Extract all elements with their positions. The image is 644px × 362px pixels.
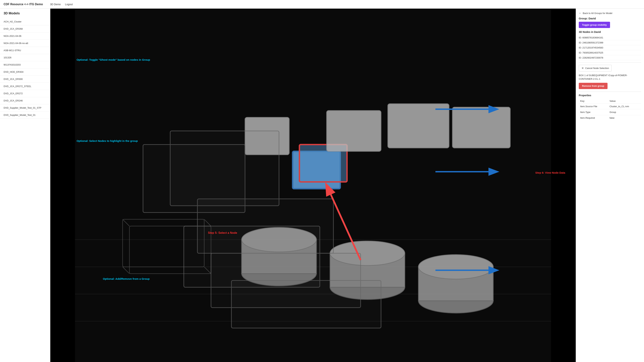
viewer-area[interactable]: Optional: Toggle "Ghost mode" based on n…	[50, 8, 576, 362]
property-value-2: false	[608, 115, 641, 121]
cancel-x-icon: ✕	[582, 66, 584, 70]
sidebar-item-0[interactable]: ACH_H2_Cluster	[0, 18, 50, 25]
sidebar-item-9[interactable]: DVD_JCA_ER272_STEEL	[0, 83, 50, 90]
toggle-visibility-button[interactable]: Toggle group visibility	[579, 22, 610, 28]
sidebar-item-10[interactable]: DVD_JCA_ER272	[0, 90, 50, 97]
sidebar-item-1[interactable]: DVD_JCA_ER268	[0, 25, 50, 32]
cancel-node-selection-button[interactable]: ✕ Cancel Node Selection	[579, 65, 612, 71]
sidebar-title: 3D Models	[0, 11, 50, 18]
sidebar-item-2[interactable]: NOA-2021-04-06	[0, 32, 50, 40]
property-value-1: Group	[608, 109, 641, 115]
divider-1	[579, 62, 641, 63]
right-panel: ← Back to All Groups for Model Group: Da…	[576, 8, 644, 362]
properties-table: Key Value Item.Source File Cluster_to_CL…	[579, 99, 641, 121]
back-arrow-icon: ←	[579, 11, 582, 15]
sidebar-item-4[interactable]: ASB-W11-STRU	[0, 47, 50, 54]
nav-link-3d-demo[interactable]: 3D Demo	[50, 3, 61, 6]
property-key-1: Item.Type	[579, 109, 608, 115]
topnav: CDF Resource <-> ITG Demo 3D Demo Logout	[0, 0, 644, 8]
sidebar-item-11[interactable]: DVD_JCA_ER246	[0, 97, 50, 104]
main-layout: 3D Models ACH_H2_Cluster DVD_JCA_ER268 N…	[0, 8, 644, 362]
nav-link-logout[interactable]: Logout	[65, 3, 73, 6]
node-id-1: ID: 2461080591372399	[579, 40, 641, 45]
back-link-label: Back to All Groups for Model	[583, 12, 612, 14]
svg-rect-23	[388, 104, 449, 148]
sidebar: 3D Models ACH_H2_Cluster DVD_JCA_ER268 N…	[0, 8, 50, 362]
sidebar-item-3[interactable]: NOA-2021-04-06-no-att	[0, 40, 50, 47]
properties-col-value: Value	[608, 99, 641, 104]
sidebar-item-7[interactable]: DVD_HOD_ER304	[0, 68, 50, 76]
svg-rect-24	[452, 107, 510, 148]
selected-node-name: BOX 1 of SUBEQUIPMENT /Copy-of-POWER-CON…	[579, 74, 641, 81]
properties-col-key: Key	[579, 99, 608, 104]
nodes-section-title: 3D Nodes in David	[579, 30, 641, 33]
node-id-3: ID: 7930528914037525	[579, 50, 641, 55]
sidebar-item-5[interactable]: 101326	[0, 54, 50, 61]
svg-rect-27	[170, 131, 279, 206]
property-row-2: Item.Required false	[579, 115, 641, 121]
property-row-1: Item.Type Group	[579, 109, 641, 115]
group-title: Group: David	[579, 17, 641, 20]
sidebar-item-12[interactable]: DVD_Supplier_Model_Test_01_STP	[0, 104, 50, 111]
cancel-btn-label: Cancel Node Selection	[585, 67, 609, 69]
properties-title: Properties	[579, 94, 641, 97]
svg-rect-22	[327, 111, 381, 151]
back-link[interactable]: ← Back to All Groups for Model	[579, 11, 641, 15]
property-key-2: Item.Required	[579, 115, 608, 121]
sidebar-item-6[interactable]: W11FAS010203	[0, 61, 50, 68]
remove-from-group-button[interactable]: Remove from group	[579, 83, 608, 89]
svg-point-19	[418, 255, 493, 279]
svg-rect-31	[232, 281, 381, 328]
node-id-0: ID: 6088578183684161	[579, 35, 641, 40]
sidebar-item-8[interactable]: DVD_JCA_ER300	[0, 76, 50, 83]
sidebar-item-13[interactable]: DVD_Supplier_Model_Test_01	[0, 111, 50, 119]
node-id-2: ID: 2171201974534583	[579, 45, 641, 50]
property-key-0: Item.Source File	[579, 104, 608, 109]
node-id-4: ID: 2282602497230078	[579, 55, 641, 60]
brand-title: CDF Resource <-> ITG Demo	[4, 3, 43, 6]
property-value-0: Cluster_to_CL.rvm	[608, 104, 641, 109]
property-row-0: Item.Source File Cluster_to_CL.rvm	[579, 104, 641, 109]
3d-scene	[50, 8, 576, 362]
